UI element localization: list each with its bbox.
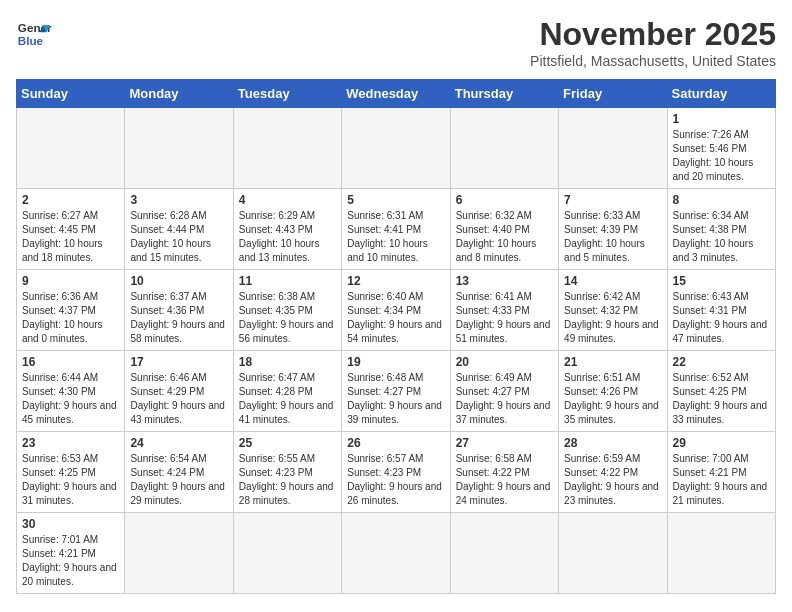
day-cell: 28Sunrise: 6:59 AM Sunset: 4:22 PM Dayli… <box>559 432 667 513</box>
day-cell: 20Sunrise: 6:49 AM Sunset: 4:27 PM Dayli… <box>450 351 558 432</box>
day-number: 8 <box>673 193 770 207</box>
day-cell: 10Sunrise: 6:37 AM Sunset: 4:36 PM Dayli… <box>125 270 233 351</box>
day-info: Sunrise: 6:47 AM Sunset: 4:28 PM Dayligh… <box>239 371 336 427</box>
day-number: 2 <box>22 193 119 207</box>
day-number: 29 <box>673 436 770 450</box>
calendar-table: SundayMondayTuesdayWednesdayThursdayFrid… <box>16 79 776 594</box>
day-cell <box>125 513 233 594</box>
day-cell: 17Sunrise: 6:46 AM Sunset: 4:29 PM Dayli… <box>125 351 233 432</box>
day-cell: 2Sunrise: 6:27 AM Sunset: 4:45 PM Daylig… <box>17 189 125 270</box>
day-number: 23 <box>22 436 119 450</box>
day-cell <box>559 108 667 189</box>
day-number: 26 <box>347 436 444 450</box>
day-info: Sunrise: 6:38 AM Sunset: 4:35 PM Dayligh… <box>239 290 336 346</box>
day-cell: 16Sunrise: 6:44 AM Sunset: 4:30 PM Dayli… <box>17 351 125 432</box>
day-cell: 25Sunrise: 6:55 AM Sunset: 4:23 PM Dayli… <box>233 432 341 513</box>
day-cell: 30Sunrise: 7:01 AM Sunset: 4:21 PM Dayli… <box>17 513 125 594</box>
day-info: Sunrise: 6:53 AM Sunset: 4:25 PM Dayligh… <box>22 452 119 508</box>
day-cell: 8Sunrise: 6:34 AM Sunset: 4:38 PM Daylig… <box>667 189 775 270</box>
day-info: Sunrise: 6:48 AM Sunset: 4:27 PM Dayligh… <box>347 371 444 427</box>
week-row-2: 9Sunrise: 6:36 AM Sunset: 4:37 PM Daylig… <box>17 270 776 351</box>
day-cell: 4Sunrise: 6:29 AM Sunset: 4:43 PM Daylig… <box>233 189 341 270</box>
calendar-title: November 2025 <box>530 16 776 53</box>
day-info: Sunrise: 6:37 AM Sunset: 4:36 PM Dayligh… <box>130 290 227 346</box>
day-info: Sunrise: 6:52 AM Sunset: 4:25 PM Dayligh… <box>673 371 770 427</box>
day-header-saturday: Saturday <box>667 80 775 108</box>
svg-text:Blue: Blue <box>18 34 44 47</box>
day-info: Sunrise: 6:27 AM Sunset: 4:45 PM Dayligh… <box>22 209 119 265</box>
calendar-subtitle: Pittsfield, Massachusetts, United States <box>530 53 776 69</box>
day-cell: 14Sunrise: 6:42 AM Sunset: 4:32 PM Dayli… <box>559 270 667 351</box>
day-cell <box>342 108 450 189</box>
day-cell: 12Sunrise: 6:40 AM Sunset: 4:34 PM Dayli… <box>342 270 450 351</box>
day-number: 4 <box>239 193 336 207</box>
day-info: Sunrise: 6:41 AM Sunset: 4:33 PM Dayligh… <box>456 290 553 346</box>
day-info: Sunrise: 6:31 AM Sunset: 4:41 PM Dayligh… <box>347 209 444 265</box>
day-cell: 23Sunrise: 6:53 AM Sunset: 4:25 PM Dayli… <box>17 432 125 513</box>
day-cell <box>233 513 341 594</box>
week-row-1: 2Sunrise: 6:27 AM Sunset: 4:45 PM Daylig… <box>17 189 776 270</box>
day-header-tuesday: Tuesday <box>233 80 341 108</box>
day-number: 12 <box>347 274 444 288</box>
day-info: Sunrise: 6:57 AM Sunset: 4:23 PM Dayligh… <box>347 452 444 508</box>
week-row-3: 16Sunrise: 6:44 AM Sunset: 4:30 PM Dayli… <box>17 351 776 432</box>
day-number: 28 <box>564 436 661 450</box>
day-number: 15 <box>673 274 770 288</box>
day-number: 30 <box>22 517 119 531</box>
logo: General Blue <box>16 16 52 52</box>
day-number: 1 <box>673 112 770 126</box>
day-number: 7 <box>564 193 661 207</box>
day-cell <box>17 108 125 189</box>
week-row-5: 30Sunrise: 7:01 AM Sunset: 4:21 PM Dayli… <box>17 513 776 594</box>
day-cell: 24Sunrise: 6:54 AM Sunset: 4:24 PM Dayli… <box>125 432 233 513</box>
day-cell: 6Sunrise: 6:32 AM Sunset: 4:40 PM Daylig… <box>450 189 558 270</box>
day-info: Sunrise: 6:40 AM Sunset: 4:34 PM Dayligh… <box>347 290 444 346</box>
day-number: 18 <box>239 355 336 369</box>
day-cell <box>125 108 233 189</box>
day-cell: 1Sunrise: 7:26 AM Sunset: 5:46 PM Daylig… <box>667 108 775 189</box>
day-cell <box>450 108 558 189</box>
day-number: 13 <box>456 274 553 288</box>
day-info: Sunrise: 6:29 AM Sunset: 4:43 PM Dayligh… <box>239 209 336 265</box>
day-info: Sunrise: 6:49 AM Sunset: 4:27 PM Dayligh… <box>456 371 553 427</box>
day-number: 27 <box>456 436 553 450</box>
day-info: Sunrise: 7:01 AM Sunset: 4:21 PM Dayligh… <box>22 533 119 589</box>
day-number: 24 <box>130 436 227 450</box>
day-number: 20 <box>456 355 553 369</box>
day-info: Sunrise: 6:33 AM Sunset: 4:39 PM Dayligh… <box>564 209 661 265</box>
day-number: 11 <box>239 274 336 288</box>
day-info: Sunrise: 6:44 AM Sunset: 4:30 PM Dayligh… <box>22 371 119 427</box>
day-cell: 15Sunrise: 6:43 AM Sunset: 4:31 PM Dayli… <box>667 270 775 351</box>
day-number: 16 <box>22 355 119 369</box>
day-cell <box>559 513 667 594</box>
day-cell <box>342 513 450 594</box>
day-cell: 21Sunrise: 6:51 AM Sunset: 4:26 PM Dayli… <box>559 351 667 432</box>
day-number: 22 <box>673 355 770 369</box>
day-header-thursday: Thursday <box>450 80 558 108</box>
day-info: Sunrise: 6:51 AM Sunset: 4:26 PM Dayligh… <box>564 371 661 427</box>
day-cell: 13Sunrise: 6:41 AM Sunset: 4:33 PM Dayli… <box>450 270 558 351</box>
calendar-body: 1Sunrise: 7:26 AM Sunset: 5:46 PM Daylig… <box>17 108 776 594</box>
calendar-header: SundayMondayTuesdayWednesdayThursdayFrid… <box>17 80 776 108</box>
day-info: Sunrise: 6:34 AM Sunset: 4:38 PM Dayligh… <box>673 209 770 265</box>
day-info: Sunrise: 6:58 AM Sunset: 4:22 PM Dayligh… <box>456 452 553 508</box>
day-number: 21 <box>564 355 661 369</box>
day-info: Sunrise: 6:55 AM Sunset: 4:23 PM Dayligh… <box>239 452 336 508</box>
day-cell <box>233 108 341 189</box>
day-info: Sunrise: 7:00 AM Sunset: 4:21 PM Dayligh… <box>673 452 770 508</box>
day-number: 25 <box>239 436 336 450</box>
day-header-friday: Friday <box>559 80 667 108</box>
day-cell: 18Sunrise: 6:47 AM Sunset: 4:28 PM Dayli… <box>233 351 341 432</box>
day-number: 10 <box>130 274 227 288</box>
day-cell: 27Sunrise: 6:58 AM Sunset: 4:22 PM Dayli… <box>450 432 558 513</box>
day-number: 6 <box>456 193 553 207</box>
day-cell: 9Sunrise: 6:36 AM Sunset: 4:37 PM Daylig… <box>17 270 125 351</box>
day-cell: 29Sunrise: 7:00 AM Sunset: 4:21 PM Dayli… <box>667 432 775 513</box>
day-cell <box>667 513 775 594</box>
header: General Blue November 2025 Pittsfield, M… <box>16 16 776 69</box>
day-cell: 7Sunrise: 6:33 AM Sunset: 4:39 PM Daylig… <box>559 189 667 270</box>
day-cell: 26Sunrise: 6:57 AM Sunset: 4:23 PM Dayli… <box>342 432 450 513</box>
day-header-wednesday: Wednesday <box>342 80 450 108</box>
day-number: 9 <box>22 274 119 288</box>
day-header-sunday: Sunday <box>17 80 125 108</box>
